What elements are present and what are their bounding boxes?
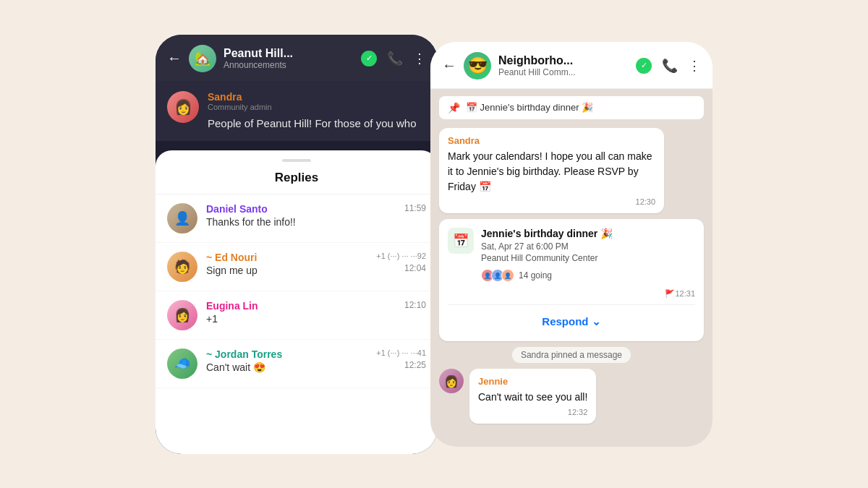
reply-item: 👤 Daniel Santo Thanks for the info!! 11:… [156,194,438,243]
reply-time-jordan: 12:25 [404,360,426,370]
more-icon[interactable]: ⋮ [413,51,426,67]
reply-avatar-daniel: 👤 [167,203,197,234]
sandra-role: Community admin [208,103,426,111]
pinned-text: 📅 Jennie's birthday dinner 🎉 [466,102,593,113]
jennie-avatar: 👩 [439,369,464,393]
reply-name-ed: ~ Ed Nouri [206,252,367,263]
event-details: Jennie's birthday dinner 🎉 Sat, Apr 27 a… [481,228,695,283]
pinned-bar[interactable]: 📌 📅 Jennie's birthday dinner 🎉 [439,96,704,119]
right-call-icon[interactable]: 📞 [662,58,678,74]
calendar-icon: 📅 [448,228,474,254]
reply-msg-eugina: +1 [206,313,367,325]
reply-content-daniel: Daniel Santo Thanks for the info!! [206,203,367,228]
event-date: Sat, Apr 27 at 6:00 PM [481,241,695,253]
bubble-sender-sandra: Sandra [448,135,655,146]
reply-meta-ed: +1 (···) ··· ···92 12:04 [375,252,426,273]
reply-content-ed: ~ Ed Nouri Sign me up [206,252,367,276]
reply-item: 🧑 ~ Ed Nouri Sign me up +1 (···) ··· ···… [156,243,438,291]
event-going: 👤 👤 👤 14 going [481,269,695,282]
bubble-text-jennie: Can't wait to see you all! [478,390,587,405]
reply-content-eugina: Eugina Lin +1 [206,300,367,325]
reply-time-daniel: 11:59 [404,203,426,213]
right-header: ← 😎 Neighborho... Peanut Hill Comm... ✓ … [430,42,712,89]
right-more-icon[interactable]: ⋮ [688,58,701,74]
reply-phone-jordan: +1 (···) ··· ···41 [376,348,426,357]
reply-content-jordan: ~ Jordan Torres Can't wait 😍 [206,348,367,373]
header-info: Peanut Hill... Announcements [224,46,354,70]
right-group-subtitle: Peanut Hill Comm... [498,67,629,77]
sandra-chat-bubble: Sandra Mark your calendars! I hope you a… [439,128,664,213]
sheet-handle [282,159,311,162]
event-title: Jennie's birthday dinner 🎉 [481,228,695,239]
back-button[interactable]: ← [167,50,182,67]
reply-time-eugina: 12:10 [404,300,426,310]
sheet-title: Replies [156,168,438,194]
system-message: Sandra pinned a message [512,347,631,363]
right-group-title: Neighborho... [498,53,629,67]
reply-avatar-jordan: 🧢 [167,348,197,379]
right-header-info: Neighborho... Peanut Hill Comm... [498,53,629,77]
reply-avatar-eugina: 👩 [167,300,197,330]
jennie-bubble-row: 👩 Jennie Can't wait to see you all! 12:3… [439,369,704,424]
right-header-icons: ✓ 📞 ⋮ [636,58,701,74]
event-card: 📅 Jennie's birthday dinner 🎉 Sat, Apr 27… [439,219,704,342]
right-phone: ← 😎 Neighborho... Peanut Hill Comm... ✓ … [430,42,712,447]
reply-name-daniel: Daniel Santo [206,203,367,215]
reply-msg-jordan: Can't wait 😍 [206,361,367,373]
pin-icon: 📌 [448,102,460,114]
sandra-name: Sandra [208,91,426,103]
reply-meta-eugina: 12:10 [375,300,426,310]
event-time-row: 🚩12:31 [448,289,695,299]
going-avatars: 👤 👤 👤 [481,269,514,282]
reply-phone-ed: +1 (···) ··· ···92 [376,252,426,260]
group-subtitle: Announcements [224,60,354,70]
bubble-time-jennie: 12:32 [478,408,587,416]
group-avatar: 🏡 [189,45,216,72]
reply-time-ed: 12:04 [404,263,426,273]
reply-meta-daniel: 11:59 [375,203,426,213]
sandra-avatar: 👩 [167,91,199,123]
respond-button[interactable]: Respond ⌄ [448,311,695,333]
reply-item: 🧢 ~ Jordan Torres Can't wait 😍 +1 (···) … [156,340,438,388]
announcement-text-area: Sandra Community admin People of Peanut … [208,91,426,131]
announcement-section: 👩 Sandra Community admin People of Peanu… [156,81,438,141]
event-location: Peanut Hill Community Center [481,252,695,265]
jennie-chat-bubble: Jennie Can't wait to see you all! 12:32 [469,369,596,424]
right-chat-body: 📌 📅 Jennie's birthday dinner 🎉 Sandra Ma… [430,89,712,447]
call-icon[interactable]: 📞 [387,51,403,67]
bubble-time-sandra: 12:30 [448,197,655,206]
reply-meta-jordan: +1 (···) ··· ···41 12:25 [375,348,426,370]
header-icons: ✓ 📞 ⋮ [361,51,426,67]
group-title: Peanut Hill... [224,46,354,60]
right-verified-badge: ✓ [636,58,652,74]
phones-container: ← 🏡 Peanut Hill... Announcements ✓ 📞 ⋮ 👩… [156,35,712,454]
event-time: 🚩12:31 [665,289,695,299]
event-divider [448,304,695,305]
reply-list: 👤 Daniel Santo Thanks for the info!! 11:… [156,194,438,448]
bubble-sender-jennie: Jennie [478,376,587,387]
reply-name-jordan: ~ Jordan Torres [206,348,367,360]
verified-badge: ✓ [361,51,377,67]
reply-msg-daniel: Thanks for the info!! [206,216,367,228]
event-card-inner: 📅 Jennie's birthday dinner 🎉 Sat, Apr 27… [448,228,695,283]
bottom-sheet: Replies 👤 Daniel Santo Thanks for the in… [156,150,438,454]
right-back-button[interactable]: ← [442,57,456,74]
left-header: ← 🏡 Peanut Hill... Announcements ✓ 📞 ⋮ [156,35,438,81]
reply-avatar-ed: 🧑 [167,252,197,282]
going-avatar-3: 👤 [501,269,514,282]
reply-name-eugina: Eugina Lin [206,300,367,312]
reply-msg-ed: Sign me up [206,265,367,276]
reply-item: 👩 Eugina Lin +1 12:10 [156,291,438,340]
left-phone: ← 🏡 Peanut Hill... Announcements ✓ 📞 ⋮ 👩… [156,35,438,454]
going-count: 14 going [519,270,552,281]
announcement-message: People of Peanut Hill! For those of you … [208,116,426,131]
right-group-avatar: 😎 [464,52,491,80]
bubble-text-sandra: Mark your calendars! I hope you all can … [448,149,655,194]
